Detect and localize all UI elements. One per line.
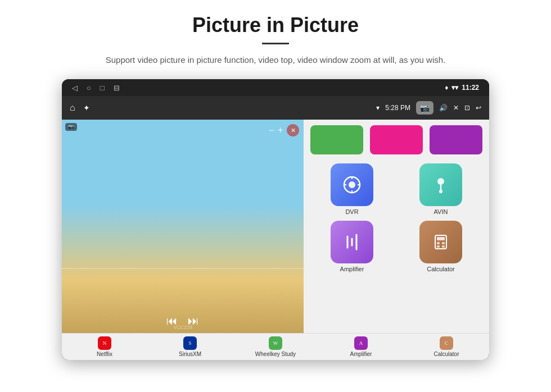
svg-rect-10 bbox=[442, 242, 445, 244]
device-frame: ◁ ○ □ ⊟ ♦ ▾▾ 11:22 ⌂ ✦ ▾ 5:28 PM 📷 🔊 bbox=[62, 79, 489, 360]
svg-rect-12 bbox=[442, 245, 445, 248]
video-scene bbox=[62, 120, 304, 333]
svg-rect-9 bbox=[437, 242, 440, 244]
app-cell-avin[interactable]: AVIN bbox=[399, 163, 482, 215]
back-button[interactable]: ↩ bbox=[476, 104, 481, 112]
avin-label: AVIN bbox=[434, 208, 448, 215]
app-top-bar-right: ▾ 5:28 PM 📷 🔊 ✕ ⊡ ↩ bbox=[376, 101, 481, 115]
screenshot-icon[interactable]: ⊟ bbox=[114, 84, 120, 92]
wheelkey-mini-icon: W bbox=[269, 336, 282, 350]
close-icon[interactable]: ✕ bbox=[453, 104, 459, 112]
wheelkey-label: Wheelkey Study bbox=[255, 351, 296, 357]
pip-minus-button[interactable]: − bbox=[269, 125, 274, 136]
volume-icon[interactable]: 🔊 bbox=[439, 104, 448, 112]
app-top-bar: ⌂ ✦ ▾ 5:28 PM 📷 🔊 ✕ ⊡ ↩ bbox=[62, 96, 489, 120]
bottom-app-labels: N Netflix S SiriusXM W Wheelkey Study A … bbox=[62, 333, 489, 360]
clock: 11:22 bbox=[462, 84, 479, 92]
app-icons-grid: DVR AVIN bbox=[310, 163, 482, 272]
netflix-label: Netflix bbox=[97, 351, 112, 357]
video-panel: 📷 − + ✕ ⏮ ⏭ VCC228 bbox=[62, 120, 304, 333]
video-content: 📷 − + ✕ ⏮ ⏭ VCC228 bbox=[62, 120, 304, 333]
bottom-item-wheelkey[interactable]: W Wheelkey Study bbox=[233, 336, 318, 357]
calculator-label: Calculator bbox=[427, 266, 455, 272]
location-icon: ♦ bbox=[445, 84, 448, 92]
pink-app-button[interactable] bbox=[370, 125, 423, 154]
bottom-item-amplifier-bottom[interactable]: A Amplifier bbox=[318, 336, 404, 357]
green-app-button[interactable] bbox=[310, 125, 363, 154]
home-icon[interactable]: ○ bbox=[87, 84, 91, 92]
video-camera-indicator: 📷 bbox=[65, 123, 77, 131]
dvr-icon[interactable] bbox=[331, 163, 373, 206]
app-cell-dvr[interactable]: DVR bbox=[310, 163, 394, 215]
camera-button[interactable]: 📷 bbox=[416, 101, 433, 115]
app-cell-calculator[interactable]: Calculator bbox=[399, 221, 482, 272]
colored-apps-row bbox=[310, 125, 482, 154]
app-cell-amplifier[interactable]: Amplifier bbox=[310, 221, 394, 272]
amplifier-bottom-label: Amplifier bbox=[350, 351, 372, 357]
calculator-bottom-label: Calculator bbox=[433, 351, 459, 357]
amplifier-mini-icon: A bbox=[354, 336, 368, 350]
status-bar: ◁ ○ □ ⊟ ♦ ▾▾ 11:22 bbox=[62, 79, 489, 96]
recent-icon[interactable]: □ bbox=[100, 84, 105, 92]
amplifier-icon[interactable] bbox=[331, 221, 373, 263]
svg-rect-11 bbox=[437, 245, 440, 248]
app-top-bar-left: ⌂ ✦ bbox=[70, 103, 90, 113]
calculator-mini-icon: C bbox=[440, 336, 453, 350]
wifi-signal-icon: ▾ bbox=[376, 104, 380, 112]
amplifier-label: Amplifier bbox=[340, 266, 364, 272]
dvr-label: DVR bbox=[345, 208, 358, 215]
title-divider bbox=[262, 43, 289, 44]
bottom-item-siriusxm[interactable]: S SiriusXM bbox=[147, 336, 233, 357]
home-button[interactable]: ⌂ bbox=[70, 103, 75, 113]
purple-app-button[interactable] bbox=[430, 125, 482, 154]
pip-controls[interactable]: − + ✕ bbox=[269, 124, 299, 136]
page-description: Support video picture in picture functio… bbox=[106, 53, 445, 67]
pip-close-button[interactable]: ✕ bbox=[287, 124, 299, 136]
back-icon[interactable]: ◁ bbox=[72, 84, 78, 92]
wifi-icon: ▾▾ bbox=[451, 84, 458, 92]
nav-icons: ◁ ○ □ ⊟ bbox=[72, 84, 120, 92]
main-area: 📷 − + ✕ ⏮ ⏭ VCC228 bbox=[62, 120, 489, 333]
camera-small-icon: 📷 bbox=[68, 124, 74, 130]
svg-point-1 bbox=[349, 181, 355, 188]
svg-point-2 bbox=[437, 178, 444, 185]
watermark: VCC228 bbox=[173, 325, 192, 330]
svg-rect-8 bbox=[437, 237, 445, 240]
pip-plus-button[interactable]: + bbox=[278, 125, 283, 136]
svg-point-3 bbox=[439, 190, 442, 193]
calculator-icon[interactable] bbox=[419, 221, 462, 263]
page-title: Picture in Picture bbox=[192, 13, 359, 37]
netflix-mini-icon: N bbox=[98, 336, 111, 350]
avin-icon[interactable] bbox=[419, 163, 462, 206]
siriusxm-label: SiriusXM bbox=[179, 351, 201, 357]
top-bar-time: 5:28 PM bbox=[385, 104, 410, 112]
siriusxm-mini-icon: S bbox=[183, 336, 197, 350]
status-icons: ♦ ▾▾ 11:22 bbox=[445, 84, 479, 92]
apps-panel: DVR AVIN bbox=[304, 120, 489, 333]
usb-icon: ✦ bbox=[83, 103, 90, 112]
pip-icon[interactable]: ⊡ bbox=[464, 104, 470, 112]
bottom-item-netflix[interactable]: N Netflix bbox=[62, 336, 147, 357]
bottom-item-calculator-bottom[interactable]: C Calculator bbox=[404, 336, 489, 357]
